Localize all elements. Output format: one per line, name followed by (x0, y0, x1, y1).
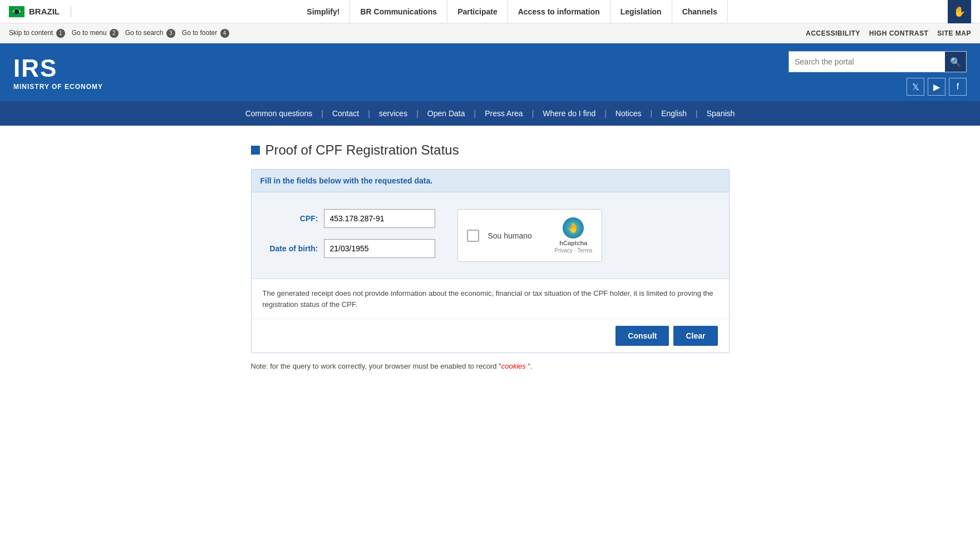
nav-spanish[interactable]: Spanish (698, 101, 744, 126)
captcha-widget: Sou humano 🤚 hCaptcha Privacy · Terms (457, 209, 602, 262)
nav-services[interactable]: services (370, 101, 416, 126)
secondary-nav: Common questions | Contact | services | … (0, 101, 980, 126)
brand: IRS MINISTRY OF ECONOMY (13, 56, 103, 91)
cpf-field-row: CPF: (263, 209, 435, 228)
form-left: CPF: Date of birth: (263, 209, 435, 258)
clear-button[interactable]: Clear (673, 326, 717, 346)
search-icon: 🔍 (950, 57, 961, 67)
gov-nav-participate[interactable]: Participate (447, 0, 508, 23)
note-text: Note: for the query to work correctly, y… (251, 362, 730, 370)
header-right: 🔍 𝕏 ▶ f (789, 51, 967, 96)
brazil-flag (9, 6, 24, 17)
consult-button[interactable]: Consult (615, 326, 669, 346)
gov-icon-button[interactable]: ✋ (948, 0, 971, 23)
nav-open-data[interactable]: Open Data (418, 101, 474, 126)
skip-menu-badge: 2 (110, 29, 119, 38)
form-disclaimer: The generated receipt does not provide i… (252, 279, 729, 319)
twitter-icon[interactable]: 𝕏 (907, 78, 924, 96)
captcha-links: Privacy · Terms (554, 247, 592, 254)
skip-to-content[interactable]: Skip to content 1 (9, 29, 65, 38)
hand-icon: ✋ (953, 6, 966, 18)
captcha-label: Sou humano (488, 231, 546, 240)
skip-content-badge: 1 (56, 29, 65, 38)
accessibility-bar: Skip to content 1 Go to menu 2 Go to sea… (0, 23, 980, 43)
skip-footer-badge: 4 (220, 29, 229, 38)
form-fields: CPF: Date of birth: Sou humano 🤚 hCaptch… (263, 209, 718, 262)
title-square-icon (251, 146, 260, 155)
accessibility-link[interactable]: ACCESSIBILITY (806, 29, 860, 37)
search-button[interactable]: 🔍 (945, 52, 966, 72)
search-bar: 🔍 (789, 51, 967, 72)
header: IRS MINISTRY OF ECONOMY 🔍 𝕏 ▶ f (0, 43, 980, 101)
gov-nav-channels[interactable]: Channels (672, 0, 728, 23)
gov-nav-legislation[interactable]: Legislation (610, 0, 672, 23)
nav-notices[interactable]: Notices (607, 101, 651, 126)
gov-nav: Simplify! BR Communications Participate … (77, 0, 948, 23)
form-actions: Consult Clear (252, 319, 729, 353)
dob-label: Date of birth: (263, 244, 318, 253)
captcha-logo: 🤚 hCaptcha Privacy · Terms (554, 217, 592, 254)
form-container: Fill in the fields below with the reques… (251, 169, 730, 353)
skip-to-search[interactable]: Go to search 3 (125, 29, 175, 38)
captcha-checkbox[interactable] (467, 230, 479, 242)
skip-search-badge: 3 (166, 29, 175, 38)
brand-title: IRS (13, 56, 103, 81)
gov-brand: BRAZIL (9, 6, 71, 17)
dob-input[interactable] (324, 239, 435, 258)
nav-english[interactable]: English (652, 101, 696, 126)
gov-nav-simplify[interactable]: Simplify! (297, 0, 350, 23)
cpf-input[interactable] (324, 209, 435, 228)
youtube-icon[interactable]: ▶ (928, 78, 945, 96)
site-map-link[interactable]: SITE MAP (937, 29, 971, 37)
captcha-privacy-link[interactable]: Privacy (554, 247, 573, 254)
nav-where-find[interactable]: Where do I find (534, 101, 604, 126)
captcha-terms-link[interactable]: Terms (577, 247, 592, 254)
form-body: CPF: Date of birth: Sou humano 🤚 hCaptch… (252, 192, 729, 279)
cookies-link: cookies (501, 362, 526, 370)
page-title: Proof of CPF Registration Status (251, 142, 730, 158)
gov-nav-access[interactable]: Access to information (508, 0, 610, 23)
form-instruction: Fill in the fields below with the reques… (252, 170, 729, 192)
access-links: ACCESSIBILITY HIGH CONTRAST SITE MAP (806, 29, 971, 37)
gov-nav-br-communications[interactable]: BR Communications (350, 0, 447, 23)
facebook-icon[interactable]: f (949, 78, 967, 96)
nav-common-questions[interactable]: Common questions (237, 101, 322, 126)
cpf-label: CPF: (263, 214, 318, 223)
skip-to-menu[interactable]: Go to menu 2 (72, 29, 119, 38)
captcha-icon: 🤚 (563, 217, 584, 239)
captcha-brand: hCaptcha (559, 240, 587, 246)
social-icons: 𝕏 ▶ f (907, 78, 967, 96)
nav-press-area[interactable]: Press Area (476, 101, 531, 126)
nav-contact[interactable]: Contact (323, 101, 368, 126)
gov-brand-name: BRAZIL (29, 7, 60, 16)
high-contrast-link[interactable]: HIGH CONTRAST (869, 29, 929, 37)
brand-subtitle: MINISTRY OF ECONOMY (13, 83, 103, 91)
gov-bar: BRAZIL Simplify! BR Communications Parti… (0, 0, 980, 23)
skip-links: Skip to content 1 Go to menu 2 Go to sea… (9, 29, 229, 38)
dob-field-row: Date of birth: (263, 239, 435, 258)
search-input[interactable] (789, 53, 945, 71)
main-content: Proof of CPF Registration Status Fill in… (240, 142, 741, 370)
skip-to-footer[interactable]: Go to footer 4 (182, 29, 229, 38)
